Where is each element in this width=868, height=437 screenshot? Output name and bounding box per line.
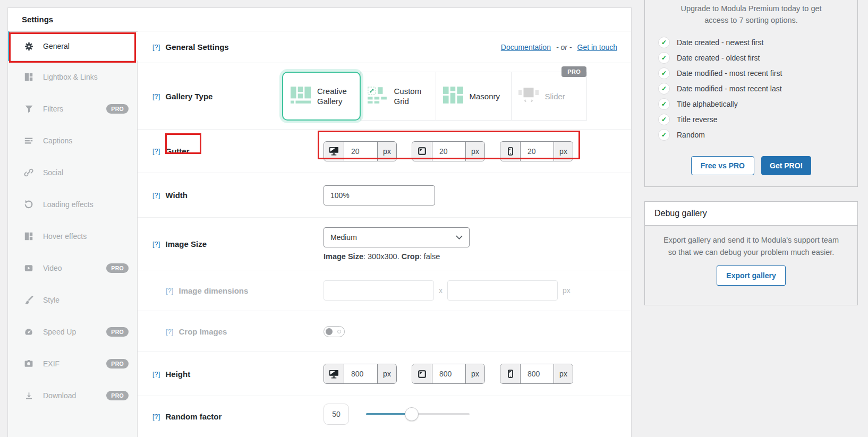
gutter-inputs: px px px (324, 141, 573, 161)
gutter-desktop-input[interactable] (344, 142, 377, 161)
crop-images-toggle[interactable] (324, 326, 345, 337)
documentation-link[interactable]: Documentation (501, 43, 551, 52)
note-bold: Image Size (324, 252, 363, 261)
sidebar-item-loading-effects[interactable]: Loading effects (8, 188, 137, 220)
random-factor-slider-thumb[interactable] (405, 407, 419, 421)
sidebar-item-label: Lightbox & Links (43, 73, 129, 81)
debug-gallery-panel: Debug gallery Export gallery and send it… (644, 201, 858, 305)
gutter-desktop-group: px (324, 141, 397, 161)
unit-label: px (465, 142, 484, 161)
height-tablet-group: px (412, 364, 485, 384)
sidebar-item-download[interactable]: Download PRO (8, 380, 137, 412)
width-input[interactable] (324, 185, 435, 205)
sidebar-item-style[interactable]: Style (8, 284, 137, 316)
help-icon[interactable]: [?] (152, 92, 160, 100)
tablet-icon (412, 142, 432, 161)
height-mobile-input[interactable] (521, 364, 554, 383)
export-gallery-button[interactable]: Export gallery (717, 265, 785, 286)
note-bold: Crop (402, 252, 420, 261)
gallery-type-option-label: Custom Grid (394, 86, 429, 106)
help-icon[interactable]: [?] (166, 328, 173, 336)
image-dimensions-label: Image dimensions (178, 286, 248, 295)
image-size-selected-value: Medium (330, 233, 357, 242)
unit-label: px (563, 286, 571, 295)
check-icon: ✓ (658, 98, 670, 110)
check-icon: ✓ (658, 83, 670, 95)
settings-panel: Settings General Lightbox & Links Fil (7, 7, 632, 437)
sidebar-item-hover-effects[interactable]: Hover effects (8, 220, 137, 252)
help-icon[interactable]: [?] (166, 287, 173, 295)
height-tablet-input[interactable] (432, 364, 465, 383)
height-label: Height (165, 370, 190, 379)
mobile-icon (500, 142, 521, 161)
gallery-type-slider[interactable]: PRO Slider (511, 72, 587, 121)
height-mobile-group: px (500, 364, 573, 384)
sidebar-item-social[interactable]: Social (8, 157, 137, 188)
gallery-type-creative-gallery[interactable]: Creative Gallery (282, 72, 361, 121)
page-title: General Settings (165, 42, 228, 52)
gallery-type-label: Gallery Type (165, 92, 212, 101)
image-size-note: Image Size: 300x300. Crop: false (324, 252, 470, 261)
image-height-input[interactable] (447, 280, 558, 301)
image-size-label: Image Size (165, 239, 207, 249)
sidebar-item-label: General (43, 42, 129, 50)
sidebar-item-lightbox-links[interactable]: Lightbox & Links (8, 61, 137, 93)
get-pro-button[interactable]: Get PRO! (761, 156, 811, 175)
gutter-tablet-input[interactable] (432, 142, 465, 161)
upgrade-text: Upgrade to Modula Premium today to get a… (645, 3, 857, 26)
unit-label: px (377, 142, 396, 161)
feature-label: Date created - oldest first (677, 54, 760, 62)
gallery-type-option-label: Masonry (470, 91, 505, 101)
sidebar-item-video[interactable]: Video PRO (8, 252, 137, 284)
get-in-touch-link[interactable]: Get in touch (577, 43, 618, 52)
help-icon[interactable]: [?] (152, 370, 160, 378)
layout-icon (23, 230, 35, 242)
image-width-input[interactable] (324, 280, 434, 301)
sidebar-item-filters[interactable]: Filters PRO (8, 93, 137, 125)
help-icon[interactable]: [?] (152, 147, 160, 155)
sidebar-item-label: Video (43, 264, 106, 272)
pro-badge: PRO (106, 104, 129, 114)
note-text: : 300x300. (363, 252, 402, 261)
gutter-tablet-group: px (412, 141, 485, 161)
list-item: ✓ Date modified - most recent last (645, 81, 857, 96)
gutter-mobile-group: px (500, 141, 573, 161)
feature-label: Title reverse (677, 115, 718, 124)
sidebar-item-general[interactable]: General (8, 31, 138, 61)
gallery-type-custom-grid[interactable]: Custom Grid (360, 72, 436, 121)
video-play-icon (23, 262, 35, 274)
help-icon[interactable]: [?] (152, 191, 160, 199)
sidebar-item-captions[interactable]: Captions (8, 125, 137, 157)
free-vs-pro-button[interactable]: Free vs PRO (691, 156, 754, 175)
check-icon: ✓ (658, 129, 670, 141)
gutter-label: Gutter (165, 147, 189, 156)
help-icon[interactable]: [?] (152, 240, 160, 248)
gear-icon (23, 40, 35, 52)
brush-icon (23, 294, 35, 306)
help-icon[interactable]: [?] (152, 43, 160, 51)
list-item: ✓ Title reverse (645, 112, 857, 127)
height-desktop-group: px (324, 364, 397, 384)
gutter-mobile-input[interactable] (521, 142, 554, 161)
sidebar-item-label: Style (43, 296, 129, 304)
desktop-icon (324, 364, 344, 383)
chevron-down-icon (456, 235, 463, 239)
captions-icon (23, 135, 35, 147)
camera-icon (23, 358, 35, 370)
random-factor-slider[interactable] (366, 407, 470, 422)
sidebar-item-exif[interactable]: EXIF PRO (8, 348, 137, 380)
pro-badge: PRO (106, 263, 129, 273)
height-desktop-input[interactable] (344, 364, 377, 383)
debug-gallery-title: Debug gallery (645, 202, 857, 226)
gallery-type-masonry[interactable]: Masonry (436, 72, 512, 121)
masonry-icon (443, 87, 463, 106)
random-factor-input[interactable] (324, 404, 349, 425)
unit-label: px (554, 142, 573, 161)
help-icon[interactable]: [?] (152, 413, 160, 421)
sidebar-item-label: Captions (43, 136, 129, 145)
crop-images-label: Crop Images (178, 327, 227, 336)
sidebar-item-speed-up[interactable]: Speed Up PRO (8, 316, 137, 348)
image-size-select[interactable]: Medium (324, 227, 470, 247)
pro-badge: PRO (106, 391, 129, 400)
upgrade-panel: Upgrade to Modula Premium today to get a… (644, 0, 858, 187)
